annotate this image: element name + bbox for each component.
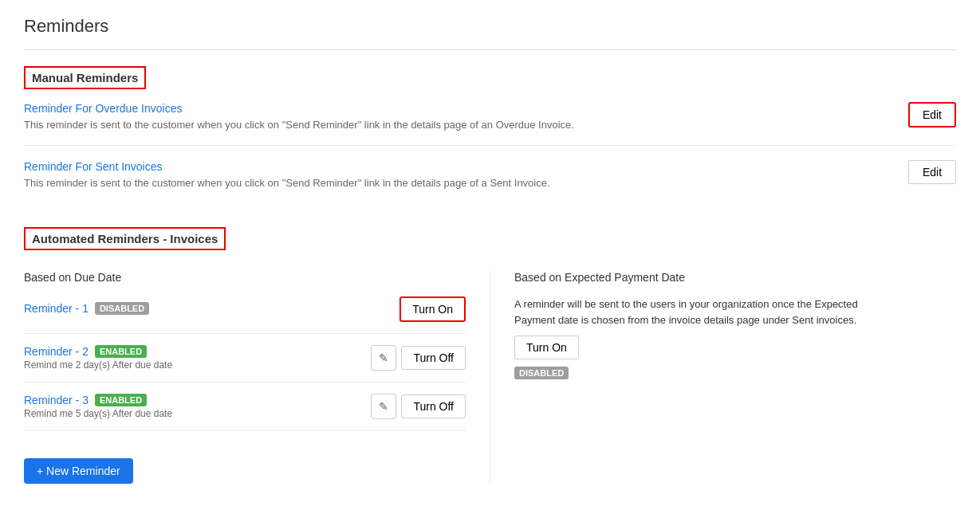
expected-payment-description: A reminder will be sent to the users in … xyxy=(514,296,873,328)
reminder-2-edit-icon-button[interactable]: ✎ xyxy=(371,345,396,371)
reminder-3-actions: ✎ Turn Off xyxy=(371,394,466,419)
automated-reminders-section: Automated Reminders - Invoices Based on … xyxy=(24,227,956,484)
reminder-3-name-row: Reminder - 3 ENABLED xyxy=(24,394,371,406)
manual-reminders-title: Manual Reminders xyxy=(24,66,146,89)
new-reminder-button[interactable]: + New Reminder xyxy=(24,458,133,484)
expected-payment-header: Based on Expected Payment Date xyxy=(514,271,956,284)
reminder-1-row: Reminder - 1 DISABLED Turn On xyxy=(24,296,466,334)
reminder-1-badge: DISABLED xyxy=(95,302,149,315)
pencil-icon: ✎ xyxy=(379,351,388,364)
reminder-3-row: Reminder - 3 ENABLED Remind me 5 day(s) … xyxy=(24,394,466,431)
reminder-3-edit-icon-button[interactable]: ✎ xyxy=(371,394,396,419)
pencil-icon-3: ✎ xyxy=(379,400,388,413)
reminder-2-badge: ENABLED xyxy=(95,345,147,358)
sent-reminder-link[interactable]: Reminder For Sent Invoices xyxy=(24,160,550,173)
overdue-reminder-info: Reminder For Overdue Invoices This remin… xyxy=(24,102,574,131)
manual-reminders-section: Manual Reminders Reminder For Overdue In… xyxy=(24,66,956,203)
sent-reminder-desc: This reminder is sent to the customer wh… xyxy=(24,177,550,189)
sent-reminder-info: Reminder For Sent Invoices This reminder… xyxy=(24,160,550,189)
due-date-column: Based on Due Date Reminder - 1 DISABLED … xyxy=(24,271,490,484)
automated-columns: Based on Due Date Reminder - 1 DISABLED … xyxy=(24,271,956,484)
reminder-3-info: Reminder - 3 ENABLED Remind me 5 day(s) … xyxy=(24,394,371,419)
reminder-2-row: Reminder - 2 ENABLED Remind me 2 day(s) … xyxy=(24,345,466,383)
reminder-2-turn-off-button[interactable]: Turn Off xyxy=(401,346,466,370)
automated-reminders-title: Automated Reminders - Invoices xyxy=(24,227,226,250)
reminder-2-name-row: Reminder - 2 ENABLED xyxy=(24,345,371,358)
expected-payment-turn-on-button[interactable]: Turn On xyxy=(514,336,579,359)
due-date-header: Based on Due Date xyxy=(24,271,466,284)
reminder-3-subtext: Remind me 5 day(s) After due date xyxy=(24,408,371,419)
reminder-1-info: Reminder - 1 DISABLED xyxy=(24,302,399,316)
sent-reminder-row: Reminder For Sent Invoices This reminder… xyxy=(24,160,956,203)
reminder-2-link[interactable]: Reminder - 2 xyxy=(24,345,89,358)
page-title: Reminders xyxy=(24,16,956,37)
sent-edit-button[interactable]: Edit xyxy=(908,160,956,184)
expected-payment-actions: Turn On xyxy=(514,336,956,359)
reminder-1-actions: Turn On xyxy=(399,296,466,322)
reminder-3-turn-off-button[interactable]: Turn Off xyxy=(401,394,466,418)
overdue-edit-button[interactable]: Edit xyxy=(908,102,956,128)
overdue-reminder-desc: This reminder is sent to the customer wh… xyxy=(24,119,574,131)
expected-payment-column: Based on Expected Payment Date A reminde… xyxy=(490,271,956,484)
title-divider xyxy=(24,49,956,50)
reminder-3-link[interactable]: Reminder - 3 xyxy=(24,394,89,406)
expected-payment-badge: DISABLED xyxy=(514,367,569,379)
reminder-2-subtext: Remind me 2 day(s) After due date xyxy=(24,359,371,371)
reminder-1-link[interactable]: Reminder - 1 xyxy=(24,302,89,315)
reminder-1-turn-on-button[interactable]: Turn On xyxy=(399,296,466,322)
reminder-2-info: Reminder - 2 ENABLED Remind me 2 day(s) … xyxy=(24,345,371,371)
overdue-reminder-row: Reminder For Overdue Invoices This remin… xyxy=(24,102,956,146)
reminder-2-actions: ✎ Turn Off xyxy=(371,345,466,371)
reminder-1-name-row: Reminder - 1 DISABLED xyxy=(24,302,399,315)
reminder-3-badge: ENABLED xyxy=(95,394,147,406)
overdue-reminder-link[interactable]: Reminder For Overdue Invoices xyxy=(24,102,574,115)
